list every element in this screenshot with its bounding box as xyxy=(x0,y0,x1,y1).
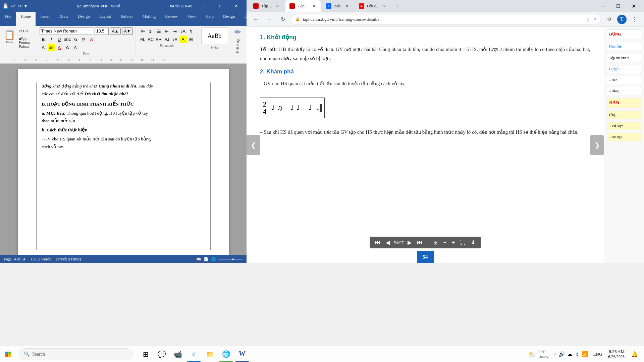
word-redo-icon[interactable]: ↪ xyxy=(18,3,22,9)
chrome-maximize-btn[interactable]: □ xyxy=(610,0,626,12)
word-customize-icon[interactable]: ▾ xyxy=(24,3,27,9)
tab-design2[interactable]: Design xyxy=(218,12,239,26)
share-icon[interactable]: ↗ xyxy=(593,17,597,22)
tab-home[interactable]: Home xyxy=(16,12,36,26)
taskbar-files-icon[interactable]: 📁 xyxy=(203,347,217,362)
clock[interactable]: 8:26 AM 6/26/2023 xyxy=(607,348,626,361)
tab-layout[interactable]: Layout xyxy=(95,12,116,26)
tab-insert[interactable]: Insert xyxy=(36,12,54,26)
tab-design[interactable]: Design xyxy=(73,12,94,26)
taskbar-edge-icon[interactable]: e xyxy=(186,347,201,362)
format-painter-btn[interactable]: 🖌 Format Painter xyxy=(17,40,33,45)
font-color-btn[interactable]: A xyxy=(40,44,47,51)
chrome-tab-1[interactable]: Tập ... ✕ xyxy=(249,0,284,12)
tab-help[interactable]: Help xyxy=(201,12,218,26)
url-bar[interactable]: 🔒 taphuan.nxbgd.vn/#/training-course-det… xyxy=(291,14,601,25)
italic-btn[interactable]: I xyxy=(48,36,55,43)
borders-btn[interactable]: ⊞ xyxy=(187,36,195,43)
read-mode-btn[interactable]: 📖 xyxy=(196,257,201,261)
tab3-close[interactable]: ✕ xyxy=(344,3,350,9)
pdf-last-btn[interactable]: ⏭ xyxy=(416,239,424,246)
align-center-btn[interactable]: ≡C xyxy=(147,36,155,43)
chrome-tab-3[interactable]: Z Zalo ✕ xyxy=(322,0,354,12)
extensions-btn[interactable]: ⚙ xyxy=(604,14,614,25)
tab-view[interactable]: View xyxy=(182,12,201,26)
chrome-minimize-btn[interactable]: ─ xyxy=(595,0,610,12)
pdf-first-btn[interactable]: ⏮ xyxy=(374,239,382,246)
tab-file[interactable]: File xyxy=(0,12,16,26)
align-left-btn[interactable]: ≡L xyxy=(139,36,147,43)
subscript-btn[interactable]: X₂ xyxy=(72,36,79,43)
increase-indent-btn[interactable]: ⇥ xyxy=(171,27,179,35)
pdf-prev-btn[interactable]: ◀ xyxy=(384,239,391,246)
align-justify-btn[interactable]: ≡J xyxy=(163,36,171,43)
onedrive-icon[interactable]: ☁ xyxy=(567,351,573,357)
word-restore-btn[interactable]: □ xyxy=(213,0,228,12)
doc-scroll[interactable]: động khởi động bằng trò chơi Cùng nhau t… xyxy=(0,64,247,255)
font-name-input[interactable] xyxy=(40,27,93,35)
bold-btn[interactable]: B xyxy=(40,36,47,43)
grow-font-btn[interactable]: A xyxy=(64,44,71,51)
tab-mailing[interactable]: Mailing xyxy=(138,12,161,26)
pdf-zoom-out-btn[interactable]: − xyxy=(442,239,447,246)
zoom-slider[interactable]: ─────●─── xyxy=(218,257,243,261)
numbering-btn[interactable]: 1. xyxy=(147,27,155,35)
decrease-font-btn[interactable]: A▼ xyxy=(122,27,133,35)
align-right-btn[interactable]: ≡R xyxy=(155,36,163,43)
tab2-close[interactable]: ✕ xyxy=(311,3,317,9)
pdf-fullscreen-btn[interactable]: ⛶ xyxy=(459,239,467,246)
paste-btn[interactable]: 📋 Paste xyxy=(2,27,17,46)
language-indicator[interactable]: ENG xyxy=(592,351,604,358)
back-btn[interactable]: ← xyxy=(251,14,261,25)
taskbar-search[interactable]: 🔍 Search xyxy=(19,348,133,360)
bookmark-icon[interactable]: ☆ xyxy=(586,17,590,22)
highlight-btn[interactable]: ab xyxy=(48,44,55,51)
forward-btn[interactable]: → xyxy=(264,14,275,25)
notification-btn[interactable]: 🔔 xyxy=(629,349,640,360)
taskbar-word-icon[interactable]: W xyxy=(235,347,250,362)
weather-widget[interactable]: ⛅ 80°F Cloudy xyxy=(526,348,551,360)
web-layout-btn[interactable]: 🌐 xyxy=(211,257,216,261)
next-slide-btn[interactable]: ❯ xyxy=(590,135,604,155)
word-close-btn[interactable]: ✕ xyxy=(228,0,244,12)
profile-btn[interactable]: T xyxy=(617,15,627,24)
tab1-close[interactable]: ✕ xyxy=(275,3,280,9)
chrome-tab-4[interactable]: ▶ Đội c... ✕ xyxy=(355,0,391,12)
pdf-grid-btn[interactable]: ⊞ xyxy=(432,239,439,246)
start-button[interactable] xyxy=(0,346,16,362)
mic-icon[interactable]: 🎙 xyxy=(575,351,580,357)
new-tab-btn[interactable]: + xyxy=(392,1,402,11)
show-marks-btn[interactable]: ¶ xyxy=(187,27,195,35)
pdf-zoom-in-btn[interactable]: + xyxy=(450,239,456,246)
font-size-input[interactable] xyxy=(95,27,109,35)
font-color2-btn[interactable]: A xyxy=(56,44,63,51)
taskbar-zoom-icon[interactable]: 📹 xyxy=(170,347,185,362)
chrome-close-btn[interactable]: ✕ xyxy=(626,0,641,12)
taskbar-chat-icon[interactable]: 💬 xyxy=(154,347,169,362)
strikethrough-btn[interactable]: abc xyxy=(64,36,71,43)
pdf-next-btn[interactable]: ▶ xyxy=(406,239,413,246)
underline-btn[interactable]: U xyxy=(56,36,63,43)
chrome-tab-2[interactable]: Tập ... ✕ xyxy=(285,0,320,12)
line-spacing-btn[interactable]: ↕≡ xyxy=(171,36,179,43)
multilevel-btn[interactable]: ☰ xyxy=(155,27,163,35)
word-minimize-btn[interactable]: ─ xyxy=(198,0,213,12)
tab-referer[interactable]: Referer xyxy=(116,12,138,26)
increase-font-btn[interactable]: A▲ xyxy=(110,27,121,35)
bullets-btn[interactable]: ≡• xyxy=(139,27,147,35)
chevron-up-icon[interactable]: ^ xyxy=(554,352,556,357)
decrease-indent-btn[interactable]: ⇤ xyxy=(163,27,171,35)
wifi-icon[interactable]: 📶 xyxy=(582,351,589,357)
taskbar-chrome-icon[interactable]: 🌐 xyxy=(219,347,233,362)
clear-format-btn[interactable]: A xyxy=(88,36,95,43)
speaker-icon[interactable]: 🔊 xyxy=(558,351,565,357)
shrink-font-btn[interactable]: A xyxy=(72,44,79,51)
chrome-menu-btn[interactable]: ⋮ xyxy=(629,14,640,25)
taskbar-view-icon[interactable]: ⊞ xyxy=(138,347,153,362)
print-layout-btn[interactable]: 📄 xyxy=(204,257,208,261)
tab-draw[interactable]: Draw xyxy=(54,12,73,26)
word-save-icon[interactable]: 💾 xyxy=(3,3,8,9)
shading-btn[interactable]: A xyxy=(179,36,187,43)
sort-btn[interactable]: ↕A xyxy=(179,27,187,35)
pdf-download-btn[interactable]: ⬇ xyxy=(470,239,477,246)
